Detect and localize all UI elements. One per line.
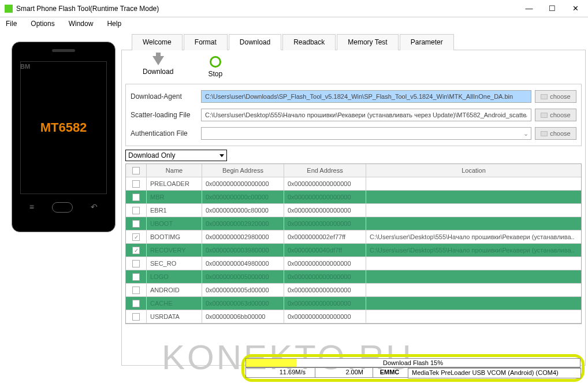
col-location[interactable]: Location (366, 164, 581, 177)
row-checkbox[interactable] (132, 194, 140, 201)
cell-end: 0x0000000000000000 (284, 257, 366, 270)
cell-location (366, 284, 581, 296)
cell-end: 0x0000000000000000 (284, 191, 366, 203)
table-row[interactable]: LOGO0x00000000050000000x0000000000000000 (126, 270, 581, 284)
app-icon (5, 5, 13, 13)
cell-name: BOOTIMG (147, 230, 202, 243)
row-checkbox[interactable] (132, 207, 140, 214)
table-row[interactable]: USRDATA0x00000006bb000000x00000000000000… (126, 310, 581, 323)
row-checkbox[interactable]: ✓ (132, 233, 140, 241)
table-row[interactable]: ✓BOOTIMG0x00000000029800000x0000000002ef… (126, 230, 581, 244)
tab-download[interactable]: Download (229, 34, 281, 50)
auth-choose-button[interactable]: choose (535, 127, 576, 140)
nav-home-icon (52, 202, 73, 213)
table-row[interactable]: SEC_RO0x00000000049800000x00000000000000… (126, 257, 581, 270)
cell-location (366, 204, 581, 217)
cell-begin: 0x0000000002980000 (202, 230, 284, 243)
table-row[interactable]: ✓RECOVERY0x00000000039800000x0000000040d… (126, 244, 581, 257)
table-row[interactable]: ANDROID0x0000000005d000000x0000000000000… (126, 284, 581, 297)
status-speed: 11.69M/s (246, 368, 315, 377)
cell-location (366, 217, 581, 230)
download-panel: Download Stop Download-Agent C:\Users\us… (121, 50, 586, 366)
cell-location (366, 257, 581, 270)
cell-name: PRELOADER (147, 177, 202, 190)
chevron-down-icon[interactable]: ⌄ (523, 111, 529, 119)
tab-readback[interactable]: Readback (282, 34, 336, 50)
cell-end: 0x0000000000000000 (284, 297, 366, 310)
row-checkbox[interactable] (132, 180, 140, 188)
row-checkbox[interactable] (132, 273, 140, 281)
cell-end: 0x0000000000000000 (284, 284, 366, 296)
auth-path-input[interactable]: ⌄ (201, 127, 531, 140)
cell-begin: 0x0000000005000000 (202, 270, 284, 283)
cell-begin: 0x0000000000c80000 (202, 204, 284, 217)
select-all-checkbox[interactable] (132, 167, 140, 174)
folder-icon (541, 94, 548, 99)
scatter-choose-button[interactable]: choose (535, 109, 576, 121)
row-checkbox[interactable] (132, 300, 140, 307)
device-preview-panel: BM MT6582 ≡ ↶ (0, 30, 121, 383)
maximize-button[interactable]: ☐ (541, 1, 564, 17)
cell-name: LOGO (147, 270, 202, 283)
cell-location (366, 177, 581, 190)
tab-memtest[interactable]: Memory Test (337, 34, 398, 50)
cell-location (366, 270, 581, 283)
row-checkbox[interactable] (132, 313, 140, 321)
nav-menu-icon: ≡ (29, 202, 34, 213)
scatter-path-input[interactable]: C:\Users\user\Desktop\555\Начало прошивк… (201, 109, 531, 121)
table-row[interactable]: EBR10x0000000000c800000x0000000000000000 (126, 204, 581, 217)
folder-icon (541, 131, 548, 136)
col-end[interactable]: End Address (284, 164, 366, 177)
row-checkbox[interactable]: ✓ (132, 247, 140, 254)
table-row[interactable]: PRELOADER0x00000000000000000x00000000000… (126, 177, 581, 191)
da-choose-button[interactable]: choose (535, 90, 576, 103)
col-begin[interactable]: Begin Address (202, 164, 284, 177)
table-row[interactable]: MBR0x0000000000c000000x0000000000000000 (126, 191, 581, 204)
cell-name: USRDATA (147, 310, 202, 323)
cell-end: 0x0000000000000000 (284, 217, 366, 230)
stop-button[interactable]: Stop (208, 56, 222, 78)
menu-bar: File Options Window Help (0, 17, 588, 30)
tab-parameter[interactable]: Parameter (400, 34, 454, 50)
menu-help[interactable]: Help (105, 18, 124, 29)
cell-name: CACHE (147, 297, 202, 310)
table-row[interactable]: CACHE0x0000000063d000000x000000000000000… (126, 297, 581, 310)
cell-begin: 0x0000000003980000 (202, 244, 284, 256)
download-label: Download (143, 68, 173, 76)
download-button[interactable]: Download (143, 56, 173, 78)
menu-window[interactable]: Window (66, 18, 96, 29)
stop-label: Stop (208, 70, 222, 78)
progress-bar: Download Flash 15% (245, 358, 580, 367)
status-size: 2.00M (315, 368, 373, 377)
cell-end: 0x0000000000000000 (284, 204, 366, 217)
tab-format[interactable]: Format (184, 34, 228, 50)
nav-back-icon: ↶ (91, 202, 98, 213)
table-row[interactable]: UBOOT0x00000000029200000x000000000000000… (126, 217, 581, 230)
cell-end: 0x0000000000000000 (284, 177, 366, 190)
da-path-input[interactable]: C:\Users\user\Downloads\SP_Flash_Tool_v5… (201, 90, 531, 103)
cell-location (366, 297, 581, 310)
cell-name: UBOOT (147, 217, 202, 230)
row-checkbox[interactable] (132, 287, 140, 294)
folder-icon (541, 113, 548, 118)
menu-file[interactable]: File (3, 18, 19, 29)
close-button[interactable]: ✕ (564, 1, 587, 17)
cell-end: 0x0000000002ef77ff (284, 230, 366, 243)
chevron-down-icon[interactable]: ⌄ (523, 130, 529, 137)
auth-label: Authentication File (131, 129, 198, 137)
window-title: Smart Phone Flash Tool(Runtime Trace Mod… (16, 5, 518, 13)
tab-welcome[interactable]: Welcome (132, 34, 183, 50)
cell-name: RECOVERY (147, 244, 202, 256)
cell-begin: 0x0000000004980000 (202, 257, 284, 270)
minimize-button[interactable]: — (518, 1, 541, 17)
row-checkbox[interactable] (132, 260, 140, 267)
stop-icon (210, 56, 221, 68)
row-checkbox[interactable] (132, 220, 140, 228)
cell-begin: 0x0000000002920000 (202, 217, 284, 230)
mode-select[interactable]: Download Only (125, 150, 227, 161)
scatter-label: Scatter-loading File (131, 111, 198, 119)
cell-begin: 0x00000006bb00000 (202, 310, 284, 323)
cell-end: 0x0000000000000000 (284, 270, 366, 283)
col-name[interactable]: Name (147, 164, 202, 177)
menu-options[interactable]: Options (28, 18, 57, 29)
